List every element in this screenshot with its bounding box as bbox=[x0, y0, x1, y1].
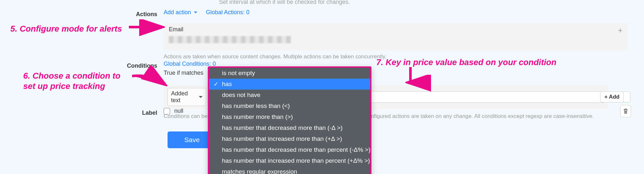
email-redacted-value bbox=[169, 36, 291, 43]
condition-operator-option[interactable]: does not have bbox=[209, 90, 370, 101]
global-actions-link[interactable]: Global Actions: 0 bbox=[206, 9, 249, 15]
actions-label: Actions bbox=[0, 9, 164, 18]
plus-icon: + bbox=[604, 94, 608, 100]
add-action-label: Add action bbox=[164, 9, 191, 15]
chevron-down-icon bbox=[199, 96, 203, 98]
condition-operator-option[interactable]: is not empty bbox=[209, 68, 370, 79]
condition-operator-dropdown: is not emptyhasdoes not havehas number l… bbox=[208, 66, 371, 174]
add-action-dropdown[interactable]: Add action bbox=[164, 9, 197, 16]
condition-source-value: Added text bbox=[171, 90, 188, 103]
label-section-label: Label bbox=[0, 108, 164, 116]
annotation-5: 5. Configure mode for alerts bbox=[10, 24, 122, 34]
null-checkbox[interactable] bbox=[164, 108, 170, 114]
add-condition-button[interactable]: + Add bbox=[600, 92, 624, 102]
condition-source-select[interactable]: Added text bbox=[168, 88, 206, 106]
email-action-title: Email bbox=[169, 26, 623, 33]
add-email-recipient-button[interactable]: + bbox=[618, 26, 623, 34]
conditions-label: Conditions bbox=[0, 61, 164, 69]
annotation-6-arrow bbox=[132, 72, 168, 88]
condition-operator-option[interactable]: has number that increased more than (+Δ … bbox=[209, 133, 370, 144]
annotation-5-arrow bbox=[129, 21, 168, 34]
add-condition-button-group: + Add bbox=[600, 92, 630, 102]
condition-operator-option[interactable]: has number more than (>) bbox=[209, 111, 370, 122]
caret-down-icon bbox=[194, 12, 197, 13]
page-root: Set interval at which it will be checked… bbox=[0, 0, 644, 174]
condition-operator-option[interactable]: has number that decreased more than (-Δ … bbox=[209, 122, 370, 133]
condition-operator-option[interactable]: has bbox=[209, 79, 370, 90]
annotation-7: 7. Key in price value based on your cond… bbox=[376, 57, 556, 67]
null-checkbox-label: null bbox=[174, 108, 183, 114]
condition-operator-option[interactable]: matches regular expression bbox=[209, 166, 370, 174]
condition-title: True if matches bbox=[164, 70, 203, 76]
add-condition-dropdown-toggle[interactable] bbox=[624, 92, 630, 102]
add-condition-label: Add bbox=[609, 94, 620, 100]
interval-hint-text: Set interval at which it will be checked… bbox=[219, 0, 350, 5]
condition-value-input[interactable] bbox=[365, 92, 605, 103]
annotation-6-line1: 6. Choose a condition to bbox=[23, 71, 120, 81]
condition-operator-option[interactable]: has number that increased more than perc… bbox=[209, 155, 370, 166]
condition-operator-option[interactable]: has number that decreased more than perc… bbox=[209, 144, 370, 155]
annotation-6-line2: set up price tracking bbox=[23, 81, 105, 91]
global-conditions-link[interactable]: Global Conditions: 0 bbox=[164, 61, 216, 67]
condition-operator-option[interactable]: has number less than (<) bbox=[209, 101, 370, 111]
actions-content: Add action Global Actions: 0 Email + Act… bbox=[164, 9, 644, 60]
email-action-panel: Email + bbox=[164, 23, 628, 50]
annotation-7-arrow bbox=[404, 67, 417, 87]
actions-row: Actions Add action Global Actions: 0 Ema… bbox=[0, 9, 644, 60]
